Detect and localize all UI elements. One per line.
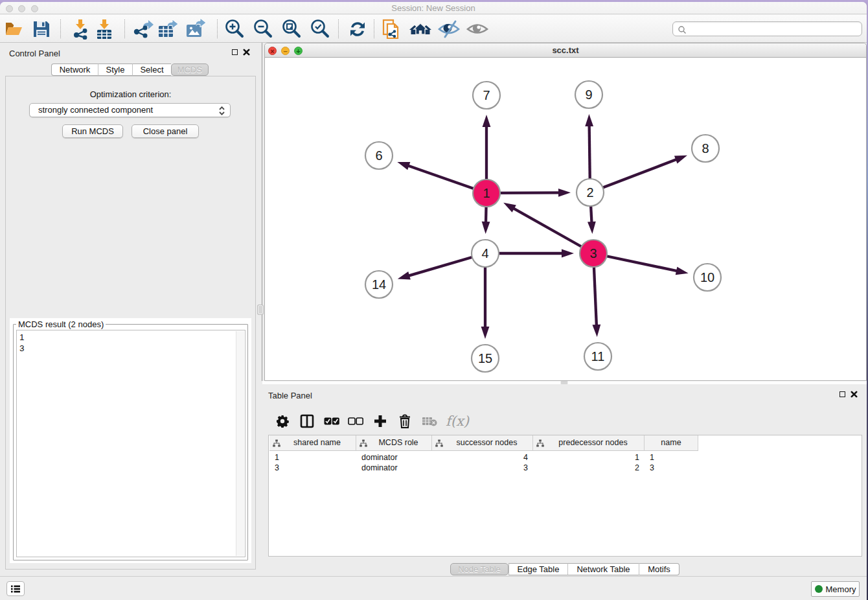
zoom-fit-button[interactable]	[280, 17, 303, 41]
delete-column-button[interactable]	[395, 411, 415, 431]
network-frame-titlebar: × – + scc.txt	[265, 43, 866, 58]
graph-arrowhead	[562, 249, 574, 258]
table-cell[interactable]: 1	[538, 452, 639, 463]
add-column-button[interactable]	[371, 411, 390, 431]
trash-icon	[398, 414, 411, 428]
graph-arrowhead	[558, 189, 571, 197]
tab-mcds[interactable]: MCDS	[171, 63, 209, 76]
deselect-all-button[interactable]	[346, 411, 365, 431]
column-header-name[interactable]: name	[645, 435, 698, 451]
toolbar-separator	[338, 19, 339, 38]
export-table-button[interactable]	[156, 17, 179, 41]
column-header-predecessor-nodes[interactable]: predecessor nodes	[533, 435, 645, 451]
table-panel-close-button[interactable]	[851, 391, 858, 398]
tab-motifs[interactable]: Motifs	[639, 563, 680, 575]
network-graph: 7968124314101511	[265, 58, 866, 380]
optimization-criterion-label: Optimization criterion:	[6, 89, 255, 99]
save-session-button[interactable]	[30, 17, 53, 41]
graph-node-label-3: 3	[589, 246, 597, 260]
panel-toggle-button[interactable]	[6, 581, 25, 596]
titlebar: Session: New Session	[0, 2, 867, 14]
main-toolbar	[0, 15, 867, 43]
control-panel-tabs: Network Style Select MCDS	[51, 63, 209, 76]
column-header-successor-nodes[interactable]: successor nodes	[432, 435, 533, 451]
column-header-MCDS-role[interactable]: MCDS role	[356, 435, 432, 451]
run-mcds-button[interactable]: Run MCDS	[62, 124, 123, 138]
tab-network-table[interactable]: Network Table	[567, 563, 639, 575]
import-table-button[interactable]	[93, 17, 116, 41]
table-split-view-button[interactable]	[297, 411, 317, 431]
close-panel-button[interactable]: Close panel	[131, 124, 199, 138]
search-box[interactable]	[672, 21, 862, 36]
tab-edge-table[interactable]: Edge Table	[508, 563, 567, 575]
table-cell[interactable]: dominator	[361, 463, 427, 473]
import-network-button[interactable]	[69, 17, 92, 41]
zoom-out-icon	[252, 18, 274, 40]
table-cell[interactable]: 3	[650, 463, 693, 473]
zoom-selected-button[interactable]	[308, 17, 332, 41]
toolbar-separator	[124, 19, 125, 38]
graph-arrowhead	[592, 325, 600, 337]
table-cell[interactable]: 1	[275, 452, 351, 463]
tab-network[interactable]: Network	[51, 63, 98, 76]
graph-arrowhead	[398, 271, 411, 279]
network-canvas[interactable]: 7968124314101511	[265, 58, 866, 380]
eye-slash-icon	[437, 17, 461, 41]
control-panel-close-button[interactable]	[243, 49, 250, 56]
mcds-result-title: MCDS result (2 nodes)	[16, 319, 106, 329]
control-panel-float-button[interactable]	[232, 49, 238, 55]
memory-button[interactable]: Memory	[811, 581, 860, 597]
table-cell[interactable]: 4	[437, 452, 528, 463]
mcds-panel: Optimization criterion: strongly connect…	[5, 76, 256, 570]
vertical-splitter-handle[interactable]	[258, 305, 263, 314]
function-builder-button[interactable]: f(x)	[444, 411, 470, 431]
delete-table-button[interactable]	[420, 411, 439, 431]
column-header-shared-name[interactable]: shared name	[269, 435, 356, 451]
table-cell[interactable]: 3	[437, 463, 528, 473]
table-cell[interactable]: 3	[275, 463, 351, 473]
graph-arrowhead	[585, 114, 593, 126]
graph-arrowhead	[483, 115, 491, 127]
clone-network-button[interactable]	[380, 17, 403, 41]
table-cell[interactable]: 1	[650, 452, 693, 463]
export-table-icon	[157, 18, 179, 40]
export-image-icon	[185, 18, 207, 40]
tab-node-table[interactable]: Node Table	[450, 563, 508, 575]
close-x-icon	[243, 49, 250, 56]
table-panel: Table Panel f(x) shared nameMCDS rolesuc…	[262, 384, 867, 578]
hide-selected-button[interactable]	[437, 17, 461, 41]
export-image-button[interactable]	[184, 17, 207, 41]
zoom-out-button[interactable]	[251, 17, 275, 41]
graph-node-label-6: 6	[375, 148, 382, 163]
search-input[interactable]	[689, 23, 858, 35]
export-network-button[interactable]	[131, 17, 155, 41]
first-neighbors-button[interactable]	[409, 17, 432, 41]
criterion-select[interactable]: strongly connected component	[29, 103, 231, 117]
vertical-splitter[interactable]	[262, 43, 262, 381]
table-cell[interactable]: 2	[538, 463, 639, 473]
select-chevrons-icon	[218, 106, 225, 116]
table-panel-float-button[interactable]	[839, 391, 845, 397]
show-hidden-button[interactable]	[466, 17, 489, 41]
checked-boxes-icon	[324, 417, 339, 425]
tab-style[interactable]: Style	[98, 63, 132, 76]
open-session-button[interactable]	[3, 17, 26, 41]
table-panel-title: Table Panel	[268, 391, 312, 400]
table-row-0[interactable]: 1dominator411	[269, 452, 862, 463]
zoom-in-button[interactable]	[223, 17, 246, 41]
control-panel-title: Control Panel	[9, 49, 60, 58]
graph-node-label-2: 2	[586, 185, 593, 200]
select-all-button[interactable]	[322, 411, 341, 431]
plus-icon	[374, 415, 387, 428]
table-settings-button[interactable]	[273, 411, 292, 431]
mcds-result-fieldset: MCDS result (2 nodes) 1 3	[13, 324, 248, 560]
table-row-1[interactable]: 3dominator323	[269, 463, 862, 473]
graph-arrowhead	[397, 162, 410, 170]
table-cell[interactable]: dominator	[361, 452, 427, 463]
delete-table-icon	[422, 416, 437, 426]
mcds-result-textarea[interactable]: 1 3	[16, 330, 246, 557]
graph-node-label-1: 1	[483, 186, 490, 200]
tab-select[interactable]: Select	[132, 63, 171, 76]
result-scrollbar[interactable]	[236, 331, 244, 556]
apply-layout-button[interactable]	[346, 17, 369, 41]
